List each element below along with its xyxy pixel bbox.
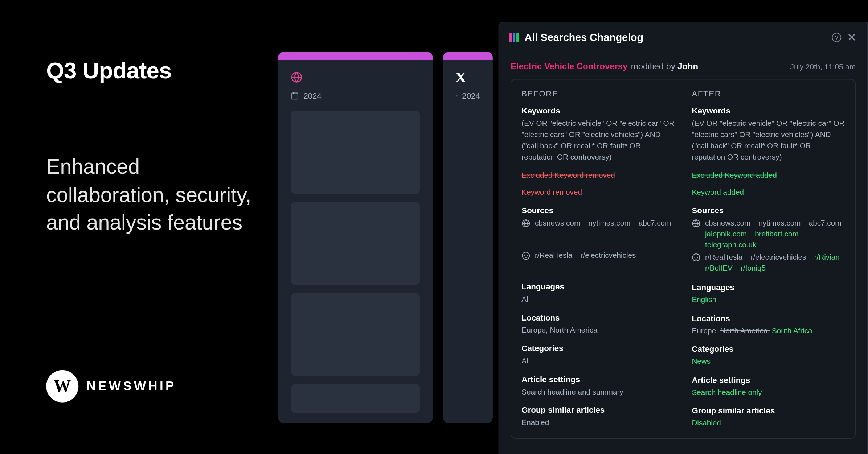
before-excluded-removed: Excluded Keyword removed <box>521 171 615 179</box>
globe-icon <box>692 219 700 228</box>
card-date: 2024 <box>456 91 480 100</box>
before-label: BEFORE <box>521 89 674 98</box>
panel-title: All Searches Changelog <box>524 32 824 44</box>
panel-header: All Searches Changelog ? ✕ <box>499 22 867 53</box>
section-languages: Languages <box>521 282 674 291</box>
preview-card-web: 2024 <box>278 52 433 423</box>
before-locations: Europe, North America <box>521 324 674 335</box>
skeleton-block <box>291 384 420 413</box>
section-locations: Locations <box>521 313 674 322</box>
card-date: 2024 <box>291 91 420 100</box>
preview-card-x: 2024 <box>443 52 493 423</box>
brand-logo: W NEWSWHIP <box>46 370 176 403</box>
svg-point-9 <box>695 257 696 258</box>
section-categories: Categories <box>692 344 844 353</box>
section-group-similar: Group similar articles <box>521 405 674 414</box>
changelog-panel: All Searches Changelog ? ✕ Electric Vehi… <box>499 22 868 454</box>
entry-header: Electric Vehicle Controversy modified by… <box>511 61 856 71</box>
svg-point-6 <box>527 255 528 256</box>
before-column: BEFORE Keywords (EV OR "electric vehicle… <box>521 89 674 429</box>
preview-cards: 2024 2024 <box>278 52 492 423</box>
before-keyword-removed: Keyword removed <box>521 188 582 197</box>
after-categories: News <box>692 357 711 366</box>
skeleton-block <box>291 111 420 194</box>
section-article-settings: Article settings <box>692 375 844 384</box>
globe-icon <box>291 70 420 84</box>
after-group-similar: Disabled <box>692 418 721 427</box>
entry-user: John <box>677 61 698 71</box>
logo-mark: W <box>46 370 78 403</box>
section-group-similar: Group similar articles <box>692 406 844 415</box>
section-keywords: Keywords <box>692 106 844 115</box>
calendar-icon <box>291 92 299 100</box>
svg-point-4 <box>522 252 529 259</box>
svg-rect-2 <box>456 95 457 96</box>
hero-subtitle: Enhanced collaboration, security, and an… <box>46 153 265 237</box>
before-categories: All <box>521 355 674 366</box>
before-reddit-sources: r/RealTeslar/electricvehicles <box>521 251 674 260</box>
after-label: AFTER <box>692 89 844 98</box>
entry-modified-by: modified by <box>631 61 675 71</box>
entry-name: Electric Vehicle Controversy <box>511 61 627 71</box>
reddit-icon <box>692 253 700 262</box>
before-article-settings: Search headline and summary <box>521 386 674 397</box>
after-keywords-query: (EV OR "electric vehicle" OR "electric c… <box>692 117 844 162</box>
skeleton-block <box>291 293 420 376</box>
app-bars-icon <box>509 33 519 42</box>
svg-point-5 <box>524 255 525 256</box>
section-languages: Languages <box>692 282 844 292</box>
after-languages: English <box>692 295 716 304</box>
after-web-sources: cbsnews.comnytimes.comabc7.comjalopnik.c… <box>692 219 844 249</box>
skeleton-block <box>291 202 420 285</box>
calendar-icon <box>456 92 458 100</box>
section-locations: Locations <box>692 313 844 322</box>
hero-title: Q3 Updates <box>46 58 265 84</box>
before-keywords-query: (EV OR "electric vehicle" OR "electric c… <box>521 117 674 162</box>
diff-container: BEFORE Keywords (EV OR "electric vehicle… <box>511 79 856 438</box>
section-sources: Sources <box>692 206 844 215</box>
section-categories: Categories <box>521 344 674 353</box>
section-article-settings: Article settings <box>521 375 674 384</box>
section-keywords: Keywords <box>521 106 674 115</box>
svg-point-10 <box>697 257 698 258</box>
x-icon <box>456 70 480 84</box>
hero-section: Q3 Updates Enhanced collaboration, secur… <box>46 58 265 237</box>
after-keyword-added: Keyword added <box>692 188 744 197</box>
after-locations: Europe, North America, South Africa <box>692 325 844 336</box>
after-article-settings: Search headline only <box>692 388 762 396</box>
close-icon[interactable]: ✕ <box>847 30 857 44</box>
help-icon[interactable]: ? <box>832 33 841 42</box>
svg-point-8 <box>692 254 700 261</box>
card-accent <box>443 52 493 60</box>
before-group-similar: Enabled <box>521 417 674 428</box>
after-reddit-sources: r/RealTeslar/electricvehiclesr/Rivianr/B… <box>692 252 844 272</box>
svg-rect-1 <box>292 93 298 99</box>
before-web-sources: cbsnews.comnytimes.comabc7.com <box>521 219 674 228</box>
after-excluded-added: Excluded Keyword added <box>692 171 777 179</box>
before-languages: All <box>521 293 674 305</box>
section-sources: Sources <box>521 206 674 215</box>
globe-icon <box>521 219 530 228</box>
entry-date: July 20th, 11:05 am <box>790 62 856 71</box>
reddit-icon <box>521 251 530 260</box>
logo-wordmark: NEWSWHIP <box>87 379 176 394</box>
card-accent <box>278 52 433 60</box>
after-column: AFTER Keywords (EV OR "electric vehicle"… <box>692 89 844 429</box>
